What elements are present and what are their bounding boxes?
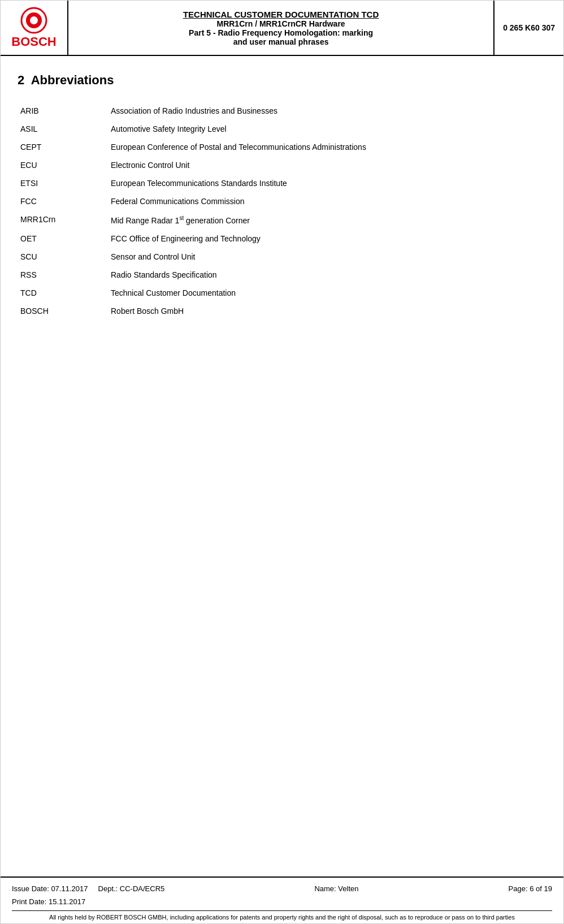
footer-issue: Issue Date: 07.11.2017 Dept.: CC-DA/ECR5: [12, 884, 164, 893]
issue-label: Issue Date:: [12, 884, 49, 893]
main-content: 2 Abbreviations ARIBAssociation of Radio…: [1, 56, 563, 876]
header-title-section: TECHNICAL CUSTOMER DOCUMENTATION TCD MRR…: [68, 1, 494, 55]
abbr-term: ECU: [18, 156, 108, 174]
abbr-term: CEPT: [18, 138, 108, 156]
section-number: 2: [18, 73, 24, 87]
dept-label: Dept.:: [98, 884, 118, 893]
footer-name: Name: Velten: [314, 884, 358, 893]
bosch-icon-svg: [20, 6, 48, 34]
page-label: Page:: [509, 884, 528, 893]
name-label: Name:: [314, 884, 336, 893]
footer-print: Print Date: 15.11.2017: [12, 897, 552, 906]
abbr-definition: Technical Customer Documentation: [108, 284, 546, 302]
abbr-term: ASIL: [18, 120, 108, 138]
svg-point-2: [30, 16, 38, 24]
print-date: 15.11.2017: [49, 897, 85, 906]
header-main-title: TECHNICAL CUSTOMER DOCUMENTATION TCD: [183, 10, 379, 19]
table-row: SCUSensor and Control Unit: [18, 248, 546, 266]
abbr-definition: Electronic Control Unit: [108, 156, 546, 174]
abbr-term: SCU: [18, 248, 108, 266]
table-row: RSSRadio Standards Specification: [18, 266, 546, 284]
page-footer: Issue Date: 07.11.2017 Dept.: CC-DA/ECR5…: [1, 876, 563, 923]
abbr-definition: European Telecommunications Standards In…: [108, 174, 546, 192]
footer-page: Page: 6 of 19: [509, 884, 552, 893]
abbr-term: ETSI: [18, 174, 108, 192]
abbr-term: TCD: [18, 284, 108, 302]
table-row: CEPTEuropean Conference of Postal and Te…: [18, 138, 546, 156]
abbr-term: BOSCH: [18, 302, 108, 320]
table-row: FCCFederal Communications Commission: [18, 192, 546, 210]
abbr-definition: Robert Bosch GmbH: [108, 302, 546, 320]
abbr-term: FCC: [18, 192, 108, 210]
abbr-definition: Mid Range Radar 1st generation Corner: [108, 210, 546, 230]
footer-rights: All rights held by ROBERT BOSCH GMBH, in…: [12, 910, 552, 921]
abbr-term: OET: [18, 230, 108, 248]
section-title: 2 Abbreviations: [18, 73, 546, 88]
bosch-logo: BOSCH: [11, 6, 56, 49]
abbr-definition: Association of Radio Industries and Busi…: [108, 102, 546, 120]
table-row: BOSCHRobert Bosch GmbH: [18, 302, 546, 320]
table-row: TCDTechnical Customer Documentation: [18, 284, 546, 302]
section-heading: Abbreviations: [31, 73, 114, 87]
table-row: ECUElectronic Control Unit: [18, 156, 546, 174]
table-row: MRR1CrnMid Range Radar 1st generation Co…: [18, 210, 546, 230]
abbr-term: ARIB: [18, 102, 108, 120]
print-label: Print Date:: [12, 897, 46, 906]
header-doc-number: 0 265 K60 307: [494, 1, 563, 55]
page-value: 6 of 19: [530, 884, 552, 893]
abbr-term: RSS: [18, 266, 108, 284]
dept-value: CC-DA/ECR5: [120, 884, 164, 893]
footer-main-line: Issue Date: 07.11.2017 Dept.: CC-DA/ECR5…: [12, 884, 552, 893]
header-sub-title1: MRR1Crn / MRR1CrnCR Hardware: [216, 19, 345, 28]
table-row: ARIBAssociation of Radio Industries and …: [18, 102, 546, 120]
page-header: BOSCH TECHNICAL CUSTOMER DOCUMENTATION T…: [1, 1, 563, 56]
issue-date: 07.11.2017: [51, 884, 88, 893]
abbr-definition: European Conference of Postal and Teleco…: [108, 138, 546, 156]
bosch-text: BOSCH: [11, 34, 56, 49]
abbr-definition: Federal Communications Commission: [108, 192, 546, 210]
table-row: OETFCC Office of Engineering and Technol…: [18, 230, 546, 248]
header-sub-title3: and user manual phrases: [233, 37, 329, 46]
abbreviations-table: ARIBAssociation of Radio Industries and …: [18, 102, 546, 320]
abbr-definition: FCC Office of Engineering and Technology: [108, 230, 546, 248]
abbr-definition: Radio Standards Specification: [108, 266, 546, 284]
abbr-definition: Sensor and Control Unit: [108, 248, 546, 266]
header-sub-title2: Part 5 - Radio Frequency Homologation: m…: [189, 28, 373, 37]
abbr-term: MRR1Crn: [18, 210, 108, 230]
name-value: Velten: [338, 884, 358, 893]
page-wrapper: BOSCH TECHNICAL CUSTOMER DOCUMENTATION T…: [0, 0, 564, 924]
abbr-definition: Automotive Safety Integrity Level: [108, 120, 546, 138]
table-row: ASILAutomotive Safety Integrity Level: [18, 120, 546, 138]
logo-section: BOSCH: [1, 1, 68, 55]
table-row: ETSIEuropean Telecommunications Standard…: [18, 174, 546, 192]
